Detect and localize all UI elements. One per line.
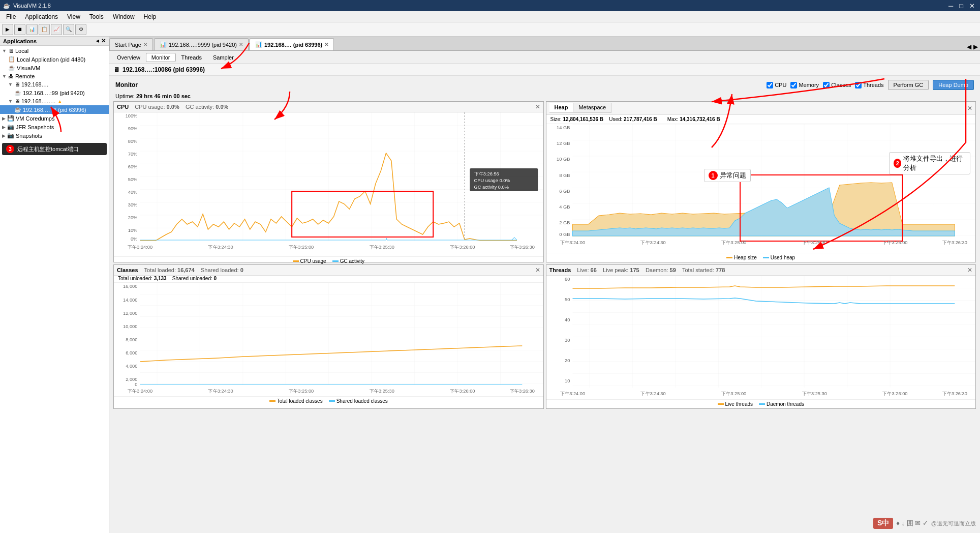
- checkbox-cpu-input[interactable]: [767, 82, 773, 88]
- cpu-chart-header: CPU CPU usage: 0.0% GC activity: 0.0% ✕: [114, 102, 543, 112]
- legend-cpu-usage: CPU usage: [293, 258, 326, 264]
- toolbar-btn-5[interactable]: 📈: [51, 24, 62, 35]
- annotation-export: 2 将堆文件导出，进行分析: [889, 152, 970, 174]
- legend-cpu-label: CPU usage: [300, 258, 326, 264]
- svg-text:10 GB: 10 GB: [557, 157, 570, 162]
- checkbox-memory[interactable]: Memory: [790, 82, 819, 88]
- sidebar-item-remote[interactable]: ▼ 🖧 Remote: [0, 72, 109, 80]
- content-area: Start Page ✕ 📊 192.168.…:9999 (pid 9420)…: [109, 37, 980, 533]
- checkbox-classes-input[interactable]: [823, 82, 830, 88]
- checkbox-memory-label: Memory: [799, 82, 819, 88]
- sidebar-item-coredumps[interactable]: ▶ 💾 VM Coredumps: [0, 114, 109, 123]
- sidebar-item-pid9420[interactable]: ☕ 192.168.…:99 (pid 9420): [0, 88, 109, 97]
- svg-text:0%: 0%: [131, 236, 137, 242]
- sidebar-close-btn[interactable]: ✕: [101, 38, 106, 44]
- tab-pid63996-close[interactable]: ✕: [324, 42, 328, 47]
- expand-arrow-local: ▼: [2, 48, 7, 53]
- total-started-value: 778: [716, 267, 725, 273]
- heap-max-value: 14,316,732,416 B: [680, 116, 720, 122]
- sidebar-collapse-btn[interactable]: ◂: [96, 38, 99, 44]
- tab-nav-right[interactable]: ▶: [973, 43, 978, 50]
- threads-chart-close[interactable]: ✕: [967, 266, 972, 274]
- menu-view[interactable]: View: [63, 12, 84, 21]
- svg-text:16,000: 16,000: [123, 284, 137, 289]
- heap-chart-close[interactable]: ✕: [967, 105, 972, 112]
- sidebar-host1-label: 192.168.…: [21, 81, 49, 87]
- toolbar-btn-6[interactable]: 🔍: [63, 24, 74, 35]
- svg-text:下午3:24:00: 下午3:24:00: [128, 389, 152, 394]
- sidebar-item-snapshots[interactable]: ▶ 📷 Snapshots: [0, 131, 109, 140]
- heap-dump-btn[interactable]: Heap Dump: [933, 80, 974, 90]
- subtab-threads[interactable]: Threads: [176, 53, 207, 62]
- toolbar-btn-1[interactable]: ▶: [2, 24, 13, 35]
- watermark-logo: S中: [873, 518, 893, 529]
- sidebar-item-host2[interactable]: ▼ 🖥 192.168.….… ▲: [0, 97, 109, 105]
- app-icon-vm: ☕: [8, 65, 15, 71]
- checkbox-threads[interactable]: Threads: [855, 82, 883, 88]
- tab-start-page[interactable]: Start Page ✕: [109, 38, 153, 50]
- svg-text:下午3:25:00: 下午3:25:00: [721, 240, 746, 245]
- menu-applications[interactable]: Applications: [21, 12, 62, 21]
- heap-tab-metaspace[interactable]: Metaspace: [573, 103, 611, 112]
- cpu-usage-value: 0.0%: [167, 104, 179, 110]
- checkbox-classes[interactable]: Classes: [823, 82, 851, 88]
- subtab-monitor[interactable]: Monitor: [146, 53, 176, 62]
- legend-total-classes-color: [269, 400, 275, 402]
- svg-text:下午3:24:00: 下午3:24:00: [560, 391, 585, 396]
- sidebar-item-jfr[interactable]: ▶ 📷 JFR Snapshots: [0, 123, 109, 131]
- toolbar-btn-2[interactable]: ⏹: [14, 24, 25, 35]
- checkbox-classes-label: Classes: [831, 82, 851, 88]
- expand-arrow-jfr: ▶: [2, 125, 6, 130]
- toolbar-btn-3[interactable]: 📊: [26, 24, 38, 35]
- badge-3: 3: [6, 145, 14, 153]
- heap-used-value: 217,787,416 B: [624, 116, 657, 122]
- menu-window[interactable]: Window: [109, 12, 139, 21]
- tab-pid63996[interactable]: 📊 192.168.… (pid 63996) ✕: [250, 38, 334, 50]
- svg-text:0 GB: 0 GB: [559, 232, 570, 237]
- perform-gc-btn[interactable]: Perform GC: [888, 80, 929, 90]
- menu-tools[interactable]: Tools: [85, 12, 108, 21]
- sidebar-item-visualvm[interactable]: ☕ VisualVM: [0, 64, 109, 72]
- total-unloaded-label: Total unloaded:: [118, 276, 152, 281]
- chart-grid: CPU CPU usage: 0.0% GC activity: 0.0% ✕: [111, 101, 978, 411]
- pid9420-icon: ☕: [14, 90, 21, 96]
- tab-start-page-label: Start Page: [115, 42, 141, 48]
- svg-text:下午3:26:00: 下午3:26:00: [450, 245, 475, 250]
- uptime-label: Uptime:: [115, 93, 135, 99]
- tab-nav-left[interactable]: ◀: [967, 43, 971, 50]
- heap-tab-heap[interactable]: Heap: [549, 103, 574, 112]
- svg-text:10%: 10%: [128, 228, 138, 233]
- tab-pid9420[interactable]: 📊 192.168.…:9999 (pid 9420) ✕: [154, 38, 249, 50]
- svg-text:6,000: 6,000: [126, 350, 137, 356]
- title-bar: ☕ VisualVM 2.1.8 ─ □ ✕: [0, 0, 980, 11]
- toolbar-btn-4[interactable]: 📋: [39, 24, 50, 35]
- menu-help[interactable]: Help: [140, 12, 161, 21]
- menu-file[interactable]: File: [2, 12, 20, 21]
- menu-bar: File Applications View Tools Window Help: [0, 11, 980, 22]
- legend-cpu-color: [293, 260, 299, 262]
- svg-text:50%: 50%: [128, 177, 138, 182]
- cpu-chart-close[interactable]: ✕: [535, 103, 540, 110]
- legend-total-classes-label: Total loaded classes: [277, 398, 323, 404]
- classes-stats-2: Total unloaded: 3,133 Shared unloaded: 0: [114, 276, 543, 283]
- subtab-overview[interactable]: Overview: [111, 53, 146, 62]
- maximize-btn[interactable]: □: [957, 2, 965, 10]
- svg-text:30%: 30%: [128, 202, 138, 208]
- uptime-bar: Uptime: 29 hrs 46 min 00 sec: [111, 92, 978, 101]
- tab-start-page-close[interactable]: ✕: [143, 42, 147, 47]
- tab-pid9420-label: 192.168.…:9999 (pid 9420): [169, 42, 237, 48]
- toolbar-btn-7[interactable]: ⚙: [75, 24, 86, 35]
- close-btn[interactable]: ✕: [967, 2, 977, 10]
- sidebar-item-local-app[interactable]: 📋 Local Application (pid 4480): [0, 55, 109, 64]
- svg-text:下午3:25:00: 下午3:25:00: [289, 245, 314, 250]
- sidebar-item-local[interactable]: ▼ 🖥 Local: [0, 47, 109, 55]
- classes-chart-close[interactable]: ✕: [535, 266, 540, 274]
- sidebar-item-host1[interactable]: ▼ 🖥 192.168.…: [0, 80, 109, 88]
- sidebar-item-pid63996[interactable]: ☕ 192.168.… :6 (pid 63996): [0, 105, 109, 114]
- checkbox-cpu[interactable]: CPU: [767, 82, 786, 88]
- checkbox-threads-input[interactable]: [855, 82, 862, 88]
- tab-pid9420-close[interactable]: ✕: [239, 42, 243, 47]
- subtab-sampler[interactable]: Sampler: [207, 53, 239, 62]
- minimize-btn[interactable]: ─: [946, 2, 955, 10]
- checkbox-memory-input[interactable]: [790, 82, 797, 88]
